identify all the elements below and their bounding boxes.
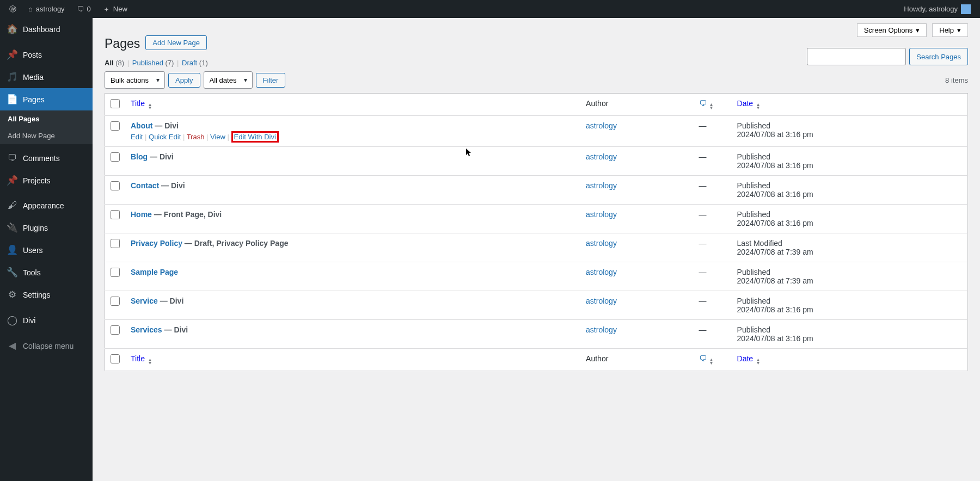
date-cell: Published2024/07/08 at 3:16 pm [732,320,968,349]
search-pages-button[interactable]: Search Pages [909,48,968,65]
page-title-link[interactable]: Service [131,297,158,305]
page-title-link[interactable]: Contact [131,181,159,190]
new-content[interactable]: ＋ New [99,0,131,18]
sidebar-item-label: Dashboard [23,25,60,34]
filter-all[interactable]: All [105,59,114,67]
date-cell: Published2024/07/08 at 3:16 pm [732,291,968,320]
col-comments[interactable]: 🗨 ▴▾ [694,94,732,116]
select-all-checkbox[interactable] [111,99,120,108]
help-button[interactable]: Help▾ [932,23,968,37]
row-checkbox[interactable] [111,239,120,248]
page-title-link[interactable]: Services [131,325,162,334]
select-all-checkbox-bottom[interactable] [111,354,120,363]
sidebar-item-users[interactable]: 👤Users [0,239,93,261]
date-filter-select[interactable]: All dates [204,71,253,89]
main-content: Screen Options▾ Help▾ Pages Add New Page… [93,18,980,481]
sidebar-item-label: Projects [23,176,51,185]
comments-link[interactable]: 🗨 0 [73,0,95,18]
comment-icon: 🗨 [699,354,707,363]
wp-logo[interactable]: ⓦ [5,0,20,18]
author-link[interactable]: astrology [586,268,617,276]
sidebar-item-divi[interactable]: ◯Divi [0,309,93,331]
action-edit[interactable]: Edit [131,133,143,141]
row-checkbox[interactable] [111,325,120,335]
sidebar-item-comments[interactable]: 🗨Comments [0,147,93,169]
comments-cell: — [694,320,732,349]
row-checkbox[interactable] [111,181,120,190]
action-quick-edit[interactable]: Quick Edit [149,133,181,141]
table-row: Service — Diviastrology—Published2024/07… [105,291,968,320]
action-view[interactable]: View [210,133,225,141]
sidebar-item-settings[interactable]: ⚙Settings [0,283,93,306]
author-link[interactable]: astrology [586,297,617,305]
sidebar-item-plugins[interactable]: 🔌Plugins [0,217,93,239]
author-link[interactable]: astrology [586,210,617,219]
admin-sidebar: 🏠Dashboard📌Posts🎵Media📄PagesAll PagesAdd… [0,18,93,481]
sidebar-item-dashboard[interactable]: 🏠Dashboard [0,18,93,40]
table-row: Home — Front Page, Diviastrology—Publish… [105,205,968,233]
media-icon: 🎵 [7,71,17,83]
sidebar-item-projects[interactable]: 📌Projects [0,169,93,192]
col-date-bottom[interactable]: Date ▴▾ [732,349,968,371]
comment-icon: 🗨 [77,5,84,13]
caret-down-icon: ▾ [957,26,961,34]
col-date[interactable]: Date ▴▾ [732,94,968,116]
page-meta: — Divi [158,297,183,305]
page-title-link[interactable]: About [131,121,152,130]
settings-icon: ⚙ [7,289,17,300]
comments-cell: — [694,176,732,205]
comments-cell: — [694,262,732,291]
screen-options-button[interactable]: Screen Options▾ [857,23,927,37]
dashboard-icon: 🏠 [7,23,17,35]
col-comments-bottom[interactable]: 🗨 ▴▾ [694,349,732,371]
author-link[interactable]: astrology [586,325,617,334]
add-new-page-button[interactable]: Add New Page [145,35,207,50]
sidebar-item-media[interactable]: 🎵Media [0,66,93,88]
author-link[interactable]: astrology [586,152,617,161]
site-name-link[interactable]: ⌂ astrology [24,0,69,18]
row-checkbox[interactable] [111,297,120,306]
sidebar-item-appearance[interactable]: 🖌Appearance [0,195,93,217]
sidebar-sub-all-pages[interactable]: All Pages [0,110,93,127]
site-name: astrology [36,5,65,13]
author-link[interactable]: astrology [586,181,617,190]
sidebar-item-pages[interactable]: 📄Pages [0,88,93,110]
sidebar-item-label: Users [23,246,43,255]
filter-button[interactable]: Filter [256,73,286,88]
home-icon: ⌂ [28,5,33,13]
sidebar-item-label: Divi [23,316,35,325]
my-account[interactable]: Howdy, astrology [900,0,975,18]
sort-icon: ▴▾ [149,103,151,109]
page-meta: — Divi [152,121,178,130]
bulk-actions-select[interactable]: Bulk actions [105,71,165,89]
action-edit-with-divi[interactable]: Edit With Divi [234,133,276,141]
plus-icon: ＋ [103,4,110,14]
row-checkbox[interactable] [111,121,120,131]
col-title[interactable]: Title ▴▾ [125,94,580,116]
sidebar-item-collapse[interactable]: ◀Collapse menu [0,335,93,357]
sidebar-item-tools[interactable]: 🔧Tools [0,261,93,283]
sidebar-sub-add-new[interactable]: Add New Page [0,127,93,144]
action-trash[interactable]: Trash [187,133,205,141]
apply-button[interactable]: Apply [168,73,200,88]
page-title-link[interactable]: Home [131,210,152,219]
page-title-link[interactable]: Privacy Policy [131,239,182,248]
filter-published[interactable]: Published [132,59,163,67]
filter-draft[interactable]: Draft [182,59,197,67]
author-link[interactable]: astrology [586,239,617,248]
row-checkbox[interactable] [111,152,120,162]
caret-down-icon: ▾ [916,26,920,34]
page-title-link[interactable]: Sample Page [131,268,178,276]
col-title-bottom[interactable]: Title ▴▾ [125,349,580,371]
comments-cell: — [694,233,732,262]
row-checkbox[interactable] [111,210,120,219]
search-input[interactable] [807,48,906,65]
page-meta: — Draft, Privacy Policy Page [182,239,289,248]
sidebar-item-label: Appearance [23,201,64,210]
row-checkbox[interactable] [111,268,120,277]
author-link[interactable]: astrology [586,121,617,130]
items-count: 8 items [945,76,968,84]
users-icon: 👤 [7,244,17,256]
page-title-link[interactable]: Blog [131,152,148,161]
sidebar-item-posts[interactable]: 📌Posts [0,44,93,66]
